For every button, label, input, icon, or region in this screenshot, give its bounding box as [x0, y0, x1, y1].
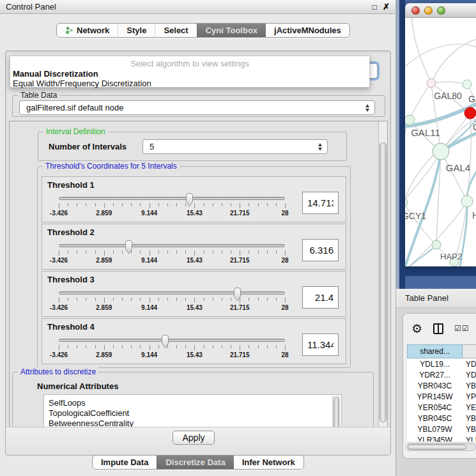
close-window-button[interactable]: [411, 6, 420, 15]
table-settings-gear-icon[interactable]: ⚙: [411, 323, 422, 335]
algorithm-option[interactable]: Equal Width/Frequency Discretization: [10, 79, 369, 88]
float-window-icon[interactable]: □: [372, 3, 377, 11]
node-gal80[interactable]: [427, 79, 436, 88]
network-window-titlebar[interactable]: [405, 3, 476, 18]
column-selector-icon[interactable]: [433, 323, 443, 334]
cyni-toolbox-panel: Discretization Algorithm Select algorith…: [5, 50, 391, 456]
tick-mark: [113, 250, 114, 254]
apply-button[interactable]: Apply: [173, 431, 215, 445]
numerical-attributes-list[interactable]: SelfLoopsTopologicalCoefficientBetweenne…: [43, 394, 342, 427]
table-row[interactable]: YBL079WYBL0: [407, 424, 476, 434]
tick-mark: [194, 250, 195, 256]
tab-cyni-toolbox[interactable]: Cyni Toolbox: [197, 24, 266, 37]
tick-mark: [185, 298, 186, 301]
tick-mark: [113, 298, 114, 301]
threshold-slider-track[interactable]: [59, 197, 285, 200]
threshold-slider-track[interactable]: [59, 339, 285, 342]
settings-scrollbar-thumb[interactable]: [380, 142, 387, 422]
tick-mark: [150, 203, 150, 208]
attribute-item[interactable]: SelfLoops: [44, 398, 341, 408]
tick-mark: [222, 203, 222, 206]
attributes-scrollbar-thumb[interactable]: [334, 397, 339, 427]
network-edge[interactable]: [410, 83, 431, 120]
threshold-value-input[interactable]: [302, 286, 339, 309]
table-row[interactable]: YDR27...YDR2: [407, 369, 476, 380]
threshold-value-input[interactable]: [302, 239, 339, 261]
threshold-value-input[interactable]: [302, 334, 339, 356]
tick-mark: [131, 203, 132, 206]
threshold-slider-handle[interactable]: [124, 240, 134, 255]
apply-row: Apply: [6, 427, 390, 455]
table-column-header[interactable]: name: [463, 344, 476, 358]
slider-scale-labels: -3.4262.8599.14415.4321.71528: [59, 304, 285, 312]
table-row[interactable]: YLR345WYLR3: [407, 434, 476, 441]
tick-mark: [167, 203, 168, 206]
node-h[interactable]: [461, 196, 473, 207]
attribute-item[interactable]: TopologicalCoefficient: [44, 408, 341, 418]
attributes-scrollbar[interactable]: [332, 395, 341, 427]
tab-select[interactable]: Select: [155, 24, 196, 37]
table-data-legend: Table Data: [18, 91, 59, 100]
threshold-slider-handle[interactable]: [185, 192, 194, 208]
algorithm-option[interactable]: Manual Discretization: [10, 69, 369, 79]
scale-label: 2.859: [96, 257, 112, 264]
tab-discretize-data[interactable]: Discretize Data: [157, 456, 233, 469]
scale-label: 28: [281, 210, 288, 217]
network-edge[interactable]: [411, 18, 431, 83]
attribute-item[interactable]: BetweennessCentrality: [44, 418, 341, 427]
table-hscrollbar[interactable]: [406, 443, 476, 451]
threshold-slider-track[interactable]: [59, 291, 285, 295]
table-row[interactable]: YDL19...YDL1: [407, 358, 476, 369]
table-column-header[interactable]: shared...: [407, 344, 463, 358]
tick-mark: [249, 250, 249, 254]
table-row[interactable]: YER054CYER0: [407, 402, 476, 413]
tick-mark: [285, 203, 286, 208]
node-hap2[interactable]: [432, 240, 441, 249]
tick-mark: [104, 298, 105, 303]
table-hscrollbar-thumb[interactable]: [408, 444, 466, 450]
node-gcy1[interactable]: [405, 198, 408, 207]
attributes-legend: Attributes to discretize: [18, 367, 98, 376]
node-red[interactable]: [464, 107, 476, 119]
algorithm-options: Manual DiscretizationEqual Width/Frequen…: [10, 69, 369, 88]
tab-network[interactable]: Network: [57, 24, 118, 37]
tick-mark: [267, 250, 268, 254]
network-edge[interactable]: [431, 82, 467, 84]
tick-mark: [267, 345, 268, 348]
tab-label: jActiveMNodules: [274, 26, 341, 35]
threshold-list: Threshold 1-3.4262.8599.14415.4321.71528…: [38, 176, 350, 365]
interval-definition-group: Interval Definition Number of Intervals …: [38, 132, 347, 161]
node-gal4[interactable]: [433, 143, 449, 160]
tab-impute-data[interactable]: Impute Data: [93, 456, 157, 469]
thresholds-legend: Threshold's Coordinates for 5 Intervals: [43, 162, 180, 171]
threshold-panel-1: Threshold 1-3.4262.8599.14415.4321.71528: [42, 176, 346, 222]
tab-jactivemnodules[interactable]: jActiveMNodules: [266, 24, 349, 37]
zoom-window-button[interactable]: [437, 6, 445, 15]
threshold-slider-handle[interactable]: [160, 334, 170, 349]
tab-infer-network[interactable]: Infer Network: [234, 456, 303, 469]
table-row[interactable]: YBR045CYBR0: [407, 413, 476, 424]
table-row[interactable]: YPR145WYPR1: [407, 391, 476, 402]
number-of-intervals-combobox[interactable]: 5: [142, 139, 328, 154]
threshold-slider-handle[interactable]: [233, 287, 242, 302]
table-data-group: Table Data galFiltered.sif default node: [12, 95, 385, 117]
threshold-value-input[interactable]: [302, 192, 339, 214]
select-checkboxes-icon[interactable]: ☑☑: [454, 324, 470, 333]
node-gal11[interactable]: [405, 115, 415, 125]
tick-mark: [258, 345, 259, 348]
settings-scrollbar[interactable]: [378, 121, 387, 427]
close-panel-icon[interactable]: ✗: [383, 3, 390, 11]
table-data-combobox[interactable]: galFiltered.sif default node: [19, 100, 375, 115]
threshold-slider-track[interactable]: [59, 244, 285, 247]
tick-mark: [240, 250, 240, 256]
algorithm-placeholder: Select algorithm to view settings: [10, 58, 369, 69]
table-row[interactable]: YBR043CYBR0: [407, 380, 476, 391]
tab-style[interactable]: Style: [118, 24, 155, 37]
network-canvas[interactable]: GAL80GACGAL11GAL4GCY1HHAP2: [405, 18, 476, 266]
network-node-label: HAP2: [440, 252, 462, 261]
tick-mark: [258, 203, 259, 206]
tab-label: Impute Data: [101, 457, 148, 467]
node-top-right[interactable]: [463, 80, 472, 89]
minimize-window-button[interactable]: [424, 6, 433, 15]
network-edge[interactable]: [405, 44, 476, 72]
